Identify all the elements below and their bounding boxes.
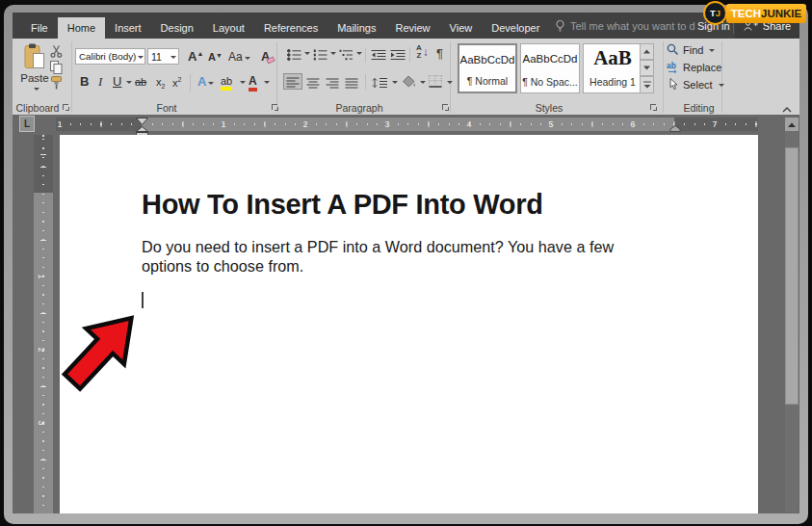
clipboard-dialog-launcher[interactable] (63, 104, 69, 111)
scrollbar-up-button[interactable] (785, 118, 799, 131)
subscript-button[interactable]: x2 (156, 76, 165, 90)
format-painter-icon[interactable] (50, 76, 63, 93)
small-separator (365, 47, 366, 63)
style-normal[interactable]: AaBbCcDd ¶ Normal (458, 43, 517, 93)
ribbon-tabs: File Home Insert Design Layout Reference… (21, 17, 549, 39)
grow-font-button[interactable]: A▲ (188, 49, 203, 64)
clear-formatting-button[interactable]: A (261, 49, 270, 64)
small-separator (409, 47, 410, 63)
svg-text:ab: ab (667, 61, 676, 70)
vertical-ruler[interactable]: 1 2 3 (34, 135, 53, 513)
scrollbar-track[interactable] (785, 131, 799, 513)
tab-view[interactable]: View (440, 17, 483, 39)
text-effects-button[interactable]: A (197, 74, 214, 89)
hruler-margin-number: 1 (55, 119, 65, 129)
techjunkie-logo-text: TECHJUNKIE (726, 4, 806, 23)
justify-button[interactable] (345, 75, 358, 92)
horizontal-ruler[interactable]: 1 1 2 3 4 5 6 7 (56, 118, 758, 131)
group-separator (663, 41, 664, 113)
multilevel-dropdown[interactable] (356, 52, 362, 58)
annotation-arrow (58, 305, 164, 426)
screenshot-stage: File Home Insert Design Layout Reference… (0, 0, 812, 526)
multilevel-list-button[interactable] (339, 47, 354, 65)
document-page[interactable]: How To Insert A PDF Into Word Do you nee… (60, 135, 758, 513)
styles-scroll-down[interactable] (640, 60, 654, 76)
shrink-font-button[interactable]: A▼ (208, 51, 223, 63)
bullets-dropdown[interactable] (304, 52, 310, 58)
ribbon: Paste Clipboard Calibri (Body) 11 A▲ A▼ … (13, 39, 799, 115)
italic-button[interactable]: I (98, 74, 102, 90)
font-color-button[interactable]: A (249, 74, 257, 92)
align-right-button[interactable] (326, 75, 339, 92)
tell-me-label: Tell me what you want to d (570, 20, 695, 32)
strikethrough-button[interactable]: ab (135, 76, 146, 88)
decrease-indent-button[interactable] (371, 47, 386, 65)
first-line-indent-marker[interactable] (136, 118, 148, 125)
underline-dropdown[interactable] (126, 81, 132, 87)
tell-me-box[interactable]: Tell me what you want to d (555, 13, 695, 39)
tab-stop-selector[interactable]: L (19, 116, 35, 132)
increase-indent-button[interactable] (390, 47, 406, 65)
pilcrow-button[interactable]: ¶ (436, 46, 443, 61)
numbering-dropdown[interactable] (330, 52, 336, 58)
tab-mailings[interactable]: Mailings (327, 17, 385, 39)
line-spacing-dropdown[interactable] (392, 81, 398, 87)
tab-review[interactable]: Review (386, 17, 440, 39)
styles-dialog-launcher[interactable] (650, 104, 657, 111)
tab-developer[interactable]: Developer (482, 17, 549, 39)
find-icon (667, 43, 679, 56)
techjunkie-logo-icon: TJ (703, 1, 727, 25)
shading-dropdown[interactable] (420, 81, 426, 87)
paste-dropdown (34, 88, 39, 93)
borders-dropdown[interactable] (447, 81, 453, 87)
font-dialog-launcher[interactable] (272, 104, 278, 111)
style-heading1[interactable]: AaB Heading 1 (583, 43, 642, 93)
paragraph-dialog-launcher[interactable] (442, 104, 449, 111)
superscript-button[interactable]: x2 (172, 76, 181, 89)
numbering-button[interactable] (313, 47, 327, 65)
sort-button[interactable]: AZ ↓ (416, 44, 429, 60)
window-content: File Home Insert Design Layout Reference… (13, 13, 799, 513)
find-button[interactable]: Find (667, 42, 715, 57)
font-group-label: Font (138, 102, 196, 114)
paste-button[interactable]: Paste (16, 42, 53, 94)
highlight-button[interactable]: ab (221, 75, 232, 91)
paste-label: Paste (16, 72, 53, 84)
borders-button[interactable] (429, 74, 442, 92)
tab-design[interactable]: Design (151, 17, 203, 39)
bullets-button[interactable] (287, 47, 301, 65)
techjunkie-logo: TJ TECHJUNKIE (701, 1, 809, 27)
group-separator (276, 41, 277, 113)
bold-button[interactable]: B (80, 74, 89, 89)
style-no-spacing[interactable]: AaBbCcDd ¶ No Spac... (520, 43, 580, 93)
replace-button[interactable]: ab Replace (667, 60, 721, 74)
font-color-dropdown[interactable] (264, 81, 270, 87)
tab-layout[interactable]: Layout (203, 17, 254, 39)
align-left-button[interactable] (283, 73, 302, 90)
right-indent-marker[interactable] (669, 125, 681, 132)
small-separator (365, 74, 366, 90)
tab-insert[interactable]: Insert (105, 17, 151, 39)
tab-file[interactable]: File (21, 17, 58, 39)
font-name-combo[interactable]: Calibri (Body) (75, 48, 145, 65)
scrollbar-thumb[interactable] (785, 147, 799, 405)
editing-group-label: Editing (677, 102, 720, 114)
document-body-text: Do you need to insert a PDF into a Word … (142, 237, 633, 276)
align-center-button[interactable] (306, 75, 320, 92)
change-case-button[interactable]: Aa (228, 50, 250, 64)
cut-icon[interactable] (50, 44, 63, 62)
underline-button[interactable]: U (113, 74, 121, 89)
highlight-dropdown[interactable] (240, 81, 246, 87)
paragraph-group-label: Paragraph (330, 102, 388, 114)
styles-scroll-up[interactable] (640, 43, 654, 60)
tab-home[interactable]: Home (58, 17, 105, 39)
font-size-combo[interactable]: 11 (147, 48, 179, 65)
shading-button[interactable] (402, 74, 416, 92)
select-button[interactable]: Select (667, 77, 724, 92)
styles-gallery-more[interactable] (640, 76, 654, 93)
group-separator (71, 41, 72, 113)
styles-group-label: Styles (520, 102, 578, 114)
line-spacing-button[interactable] (372, 75, 388, 92)
word-window: File Home Insert Design Layout Reference… (4, 5, 808, 524)
tab-references[interactable]: References (254, 17, 327, 39)
